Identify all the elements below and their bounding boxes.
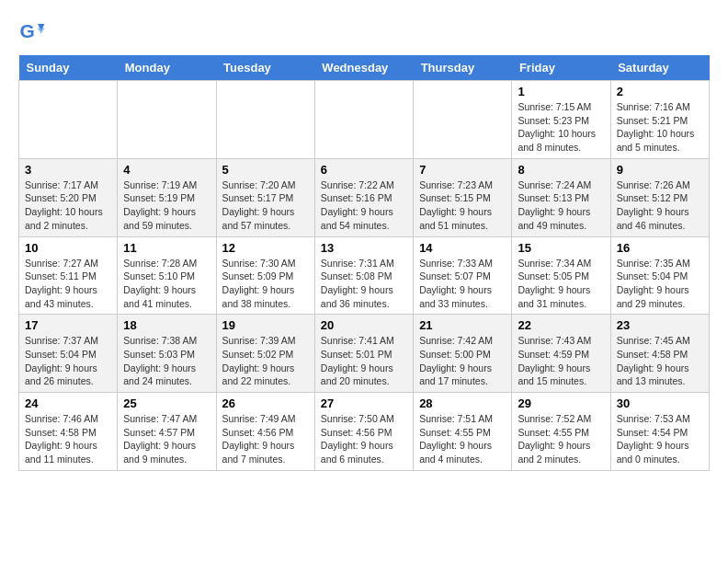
- day-info: Sunrise: 7:28 AM Sunset: 5:10 PM Dayligh…: [123, 257, 210, 311]
- day-number: 19: [222, 318, 309, 332]
- day-info: Sunrise: 7:26 AM Sunset: 5:12 PM Dayligh…: [617, 178, 703, 233]
- day-number: 11: [123, 241, 210, 255]
- calendar-cell: 22Sunrise: 7:43 AM Sunset: 4:59 PM Dayli…: [512, 315, 610, 393]
- day-number: 12: [222, 241, 309, 255]
- day-number: 24: [25, 396, 111, 410]
- calendar-week-row: 3Sunrise: 7:17 AM Sunset: 5:20 PM Daylig…: [19, 158, 710, 236]
- svg-marker-3: [38, 29, 45, 34]
- day-number: 2: [617, 85, 703, 98]
- day-number: 14: [419, 241, 506, 255]
- calendar-cell: [414, 81, 512, 159]
- day-info: Sunrise: 7:17 AM Sunset: 5:20 PM Dayligh…: [25, 178, 111, 233]
- day-number: 16: [617, 241, 703, 255]
- calendar-cell: 27Sunrise: 7:50 AM Sunset: 4:56 PM Dayli…: [314, 393, 413, 471]
- day-info: Sunrise: 7:41 AM Sunset: 5:01 PM Dayligh…: [321, 334, 407, 388]
- day-info: Sunrise: 7:27 AM Sunset: 5:11 PM Dayligh…: [25, 257, 111, 311]
- column-header-monday: Monday: [118, 55, 216, 81]
- day-info: Sunrise: 7:34 AM Sunset: 5:05 PM Dayligh…: [518, 257, 604, 311]
- calendar-cell: 28Sunrise: 7:51 AM Sunset: 4:55 PM Dayli…: [414, 393, 512, 471]
- day-info: Sunrise: 7:19 AM Sunset: 5:19 PM Dayligh…: [123, 178, 210, 233]
- day-info: Sunrise: 7:51 AM Sunset: 4:55 PM Dayligh…: [419, 412, 506, 466]
- calendar-cell: 7Sunrise: 7:23 AM Sunset: 5:15 PM Daylig…: [414, 158, 512, 236]
- column-header-wednesday: Wednesday: [314, 55, 413, 81]
- calendar-week-row: 17Sunrise: 7:37 AM Sunset: 5:04 PM Dayli…: [19, 315, 710, 393]
- day-number: 1: [518, 85, 604, 98]
- day-info: Sunrise: 7:53 AM Sunset: 4:54 PM Dayligh…: [617, 412, 703, 466]
- day-info: Sunrise: 7:31 AM Sunset: 5:08 PM Dayligh…: [321, 257, 407, 311]
- column-header-friday: Friday: [512, 55, 610, 81]
- day-info: Sunrise: 7:47 AM Sunset: 4:57 PM Dayligh…: [123, 412, 210, 466]
- calendar-week-row: 10Sunrise: 7:27 AM Sunset: 5:11 PM Dayli…: [19, 236, 710, 315]
- column-header-thursday: Thursday: [414, 55, 512, 81]
- calendar-cell: 14Sunrise: 7:33 AM Sunset: 5:07 PM Dayli…: [414, 236, 512, 315]
- calendar-cell: 24Sunrise: 7:46 AM Sunset: 4:58 PM Dayli…: [19, 393, 118, 471]
- calendar-cell: 19Sunrise: 7:39 AM Sunset: 5:02 PM Dayli…: [216, 315, 314, 393]
- day-info: Sunrise: 7:43 AM Sunset: 4:59 PM Dayligh…: [518, 334, 604, 388]
- calendar-cell: [118, 81, 216, 159]
- calendar-cell: 26Sunrise: 7:49 AM Sunset: 4:56 PM Dayli…: [216, 393, 314, 471]
- day-info: Sunrise: 7:52 AM Sunset: 4:55 PM Dayligh…: [518, 412, 604, 466]
- day-number: 4: [123, 163, 210, 177]
- day-info: Sunrise: 7:15 AM Sunset: 5:23 PM Dayligh…: [518, 100, 604, 155]
- calendar-cell: 17Sunrise: 7:37 AM Sunset: 5:04 PM Dayli…: [19, 315, 118, 393]
- calendar-cell: 13Sunrise: 7:31 AM Sunset: 5:08 PM Dayli…: [314, 236, 413, 315]
- calendar-cell: 6Sunrise: 7:22 AM Sunset: 5:16 PM Daylig…: [314, 158, 413, 236]
- day-number: 28: [419, 396, 506, 410]
- calendar-week-row: 1Sunrise: 7:15 AM Sunset: 5:23 PM Daylig…: [19, 81, 710, 159]
- day-info: Sunrise: 7:37 AM Sunset: 5:04 PM Dayligh…: [25, 334, 111, 388]
- day-info: Sunrise: 7:23 AM Sunset: 5:15 PM Dayligh…: [419, 178, 506, 233]
- day-info: Sunrise: 7:30 AM Sunset: 5:09 PM Dayligh…: [222, 257, 309, 311]
- day-number: 30: [617, 396, 703, 410]
- calendar-cell: [19, 81, 118, 159]
- day-number: 17: [25, 318, 111, 332]
- day-number: 23: [617, 318, 703, 332]
- day-number: 8: [518, 163, 604, 177]
- calendar-table: SundayMondayTuesdayWednesdayThursdayFrid…: [18, 55, 710, 471]
- calendar-header-row: SundayMondayTuesdayWednesdayThursdayFrid…: [19, 55, 710, 81]
- calendar-cell: 30Sunrise: 7:53 AM Sunset: 4:54 PM Dayli…: [610, 393, 709, 471]
- day-number: 29: [518, 396, 604, 410]
- calendar-week-row: 24Sunrise: 7:46 AM Sunset: 4:58 PM Dayli…: [19, 393, 710, 471]
- calendar-cell: 5Sunrise: 7:20 AM Sunset: 5:17 PM Daylig…: [216, 158, 314, 236]
- calendar-cell: [216, 81, 314, 159]
- calendar-cell: 9Sunrise: 7:26 AM Sunset: 5:12 PM Daylig…: [610, 158, 709, 236]
- calendar-cell: 1Sunrise: 7:15 AM Sunset: 5:23 PM Daylig…: [512, 81, 610, 159]
- calendar-cell: 2Sunrise: 7:16 AM Sunset: 5:21 PM Daylig…: [610, 81, 709, 159]
- svg-text:G: G: [20, 20, 35, 41]
- day-info: Sunrise: 7:38 AM Sunset: 5:03 PM Dayligh…: [123, 334, 210, 388]
- day-number: 20: [321, 318, 407, 332]
- calendar-cell: 18Sunrise: 7:38 AM Sunset: 5:03 PM Dayli…: [118, 315, 216, 393]
- page-header: G: [18, 18, 710, 46]
- calendar-cell: 23Sunrise: 7:45 AM Sunset: 4:58 PM Dayli…: [610, 315, 709, 393]
- calendar-cell: 8Sunrise: 7:24 AM Sunset: 5:13 PM Daylig…: [512, 158, 610, 236]
- day-number: 10: [25, 241, 111, 255]
- day-number: 3: [25, 163, 111, 177]
- day-info: Sunrise: 7:50 AM Sunset: 4:56 PM Dayligh…: [321, 412, 407, 466]
- calendar-cell: 11Sunrise: 7:28 AM Sunset: 5:10 PM Dayli…: [118, 236, 216, 315]
- day-number: 6: [321, 163, 407, 177]
- calendar-cell: 21Sunrise: 7:42 AM Sunset: 5:00 PM Dayli…: [414, 315, 512, 393]
- calendar-cell: 10Sunrise: 7:27 AM Sunset: 5:11 PM Dayli…: [19, 236, 118, 315]
- day-number: 21: [419, 318, 506, 332]
- calendar-cell: 12Sunrise: 7:30 AM Sunset: 5:09 PM Dayli…: [216, 236, 314, 315]
- calendar-cell: 16Sunrise: 7:35 AM Sunset: 5:04 PM Dayli…: [610, 236, 709, 315]
- day-number: 25: [123, 396, 210, 410]
- day-info: Sunrise: 7:33 AM Sunset: 5:07 PM Dayligh…: [419, 257, 506, 311]
- day-number: 9: [617, 163, 703, 177]
- day-info: Sunrise: 7:22 AM Sunset: 5:16 PM Dayligh…: [321, 178, 407, 233]
- calendar-cell: 25Sunrise: 7:47 AM Sunset: 4:57 PM Dayli…: [118, 393, 216, 471]
- day-number: 18: [123, 318, 210, 332]
- day-number: 13: [321, 241, 407, 255]
- day-number: 5: [222, 163, 309, 177]
- calendar-cell: [314, 81, 413, 159]
- column-header-saturday: Saturday: [610, 55, 709, 81]
- day-info: Sunrise: 7:45 AM Sunset: 4:58 PM Dayligh…: [617, 334, 703, 388]
- day-number: 26: [222, 396, 309, 410]
- calendar-cell: 4Sunrise: 7:19 AM Sunset: 5:19 PM Daylig…: [118, 158, 216, 236]
- column-header-tuesday: Tuesday: [216, 55, 314, 81]
- day-info: Sunrise: 7:49 AM Sunset: 4:56 PM Dayligh…: [222, 412, 309, 466]
- calendar-cell: 29Sunrise: 7:52 AM Sunset: 4:55 PM Dayli…: [512, 393, 610, 471]
- day-number: 22: [518, 318, 604, 332]
- calendar-cell: 15Sunrise: 7:34 AM Sunset: 5:05 PM Dayli…: [512, 236, 610, 315]
- logo-icon: G: [18, 18, 46, 46]
